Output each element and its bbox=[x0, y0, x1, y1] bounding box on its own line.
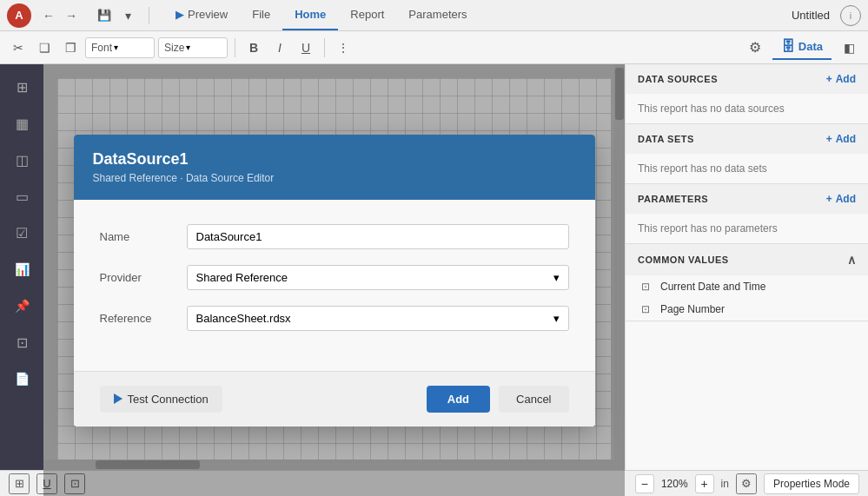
data-sources-section: DATA SOURCES + Add This report has no da… bbox=[626, 64, 868, 124]
unit-label: in bbox=[721, 478, 729, 490]
size-dropdown-value: Size bbox=[164, 42, 184, 54]
italic-button[interactable]: I bbox=[268, 36, 291, 59]
menu-bar: A ← → 💾 ▾ ▶ Preview File Home Report Par… bbox=[0, 0, 868, 31]
data-sources-header: DATA SOURCES + Add bbox=[626, 64, 868, 94]
zoom-in-button[interactable]: + bbox=[695, 474, 714, 493]
tab-file[interactable]: File bbox=[240, 0, 282, 30]
tab-home[interactable]: Home bbox=[282, 0, 338, 30]
font-dropdown[interactable]: Font ▾ bbox=[85, 37, 155, 58]
cancel-button[interactable]: Cancel bbox=[499, 386, 568, 413]
play-icon bbox=[114, 393, 123, 404]
app-logo[interactable]: A bbox=[7, 3, 31, 28]
common-values-title: COMMON VALUES bbox=[638, 255, 729, 265]
common-values-section: COMMON VALUES ∧ ⊡ Current Date and Time … bbox=[626, 244, 868, 321]
name-label: Name bbox=[100, 230, 187, 243]
save-icon: 💾 bbox=[97, 9, 111, 22]
sidebar-item-widget[interactable]: ⊡ bbox=[6, 327, 37, 358]
sidebar-item-frame[interactable]: ▭ bbox=[6, 181, 37, 212]
data-icon: 🗄 bbox=[781, 39, 795, 55]
sidebar-item-table[interactable]: ▦ bbox=[6, 108, 37, 139]
parameters-body: This report has no parameters bbox=[626, 214, 868, 243]
provider-row: Provider Shared Reference ▾ bbox=[100, 265, 569, 290]
tab-parameters[interactable]: Parameters bbox=[396, 0, 479, 30]
underline-button[interactable]: U bbox=[295, 36, 317, 59]
page-number-label: Page Number bbox=[660, 303, 725, 315]
toolbar: ✂ ❑ ❒ Font ▾ Size ▾ B I U ⋮ ⚙ 🗄 Data ◧ bbox=[0, 31, 868, 64]
left-sidebar: ⊞ ▦ ◫ ▭ ☑ 📊 📌 ⊡ 📄 bbox=[0, 64, 43, 496]
reference-select-arrow: ▾ bbox=[553, 312, 560, 325]
add-icon-2: + bbox=[826, 133, 832, 145]
data-sources-title: DATA SOURCES bbox=[638, 74, 718, 84]
more-options-button[interactable]: ⋮ bbox=[332, 36, 354, 59]
font-dropdown-arrow: ▾ bbox=[114, 43, 118, 52]
name-control bbox=[187, 224, 569, 249]
redo-button[interactable]: → bbox=[61, 5, 82, 26]
properties-gear-button[interactable]: ⚙ bbox=[736, 473, 757, 494]
test-connection-button[interactable]: Test Connection bbox=[100, 386, 222, 413]
sidebar-item-layers[interactable]: ◫ bbox=[6, 144, 37, 175]
sidebar-item-page[interactable]: 📄 bbox=[6, 363, 37, 394]
parameters-add-button[interactable]: + Add bbox=[826, 193, 856, 205]
provider-select-arrow: ▾ bbox=[553, 271, 560, 284]
common-value-page-number[interactable]: ⊡ Page Number bbox=[626, 298, 868, 321]
page-number-icon: ⊡ bbox=[638, 303, 653, 315]
info-button[interactable]: i bbox=[840, 5, 861, 26]
canvas-area: DataSource1 Shared Reference · Data Sour… bbox=[43, 64, 625, 496]
data-sources-body: This report has no data sources bbox=[626, 94, 868, 123]
datetime-label: Current Date and Time bbox=[660, 281, 765, 293]
data-sets-body: This report has no data sets bbox=[626, 154, 868, 183]
common-values-collapse-button[interactable]: ∧ bbox=[847, 253, 857, 267]
sidebar-item-pin[interactable]: 📌 bbox=[6, 290, 37, 321]
toolbar-separator-1 bbox=[235, 38, 235, 57]
data-sources-empty-text: This report has no data sources bbox=[638, 103, 785, 115]
bottom-bar-right: − 120% + in ⚙ Properties Mode bbox=[635, 473, 859, 494]
sidebar-item-chart[interactable]: 📊 bbox=[6, 254, 37, 285]
settings-button[interactable]: ⚙ bbox=[743, 36, 767, 60]
undo-button[interactable]: ← bbox=[38, 5, 59, 26]
modal-footer: Test Connection Add Cancel bbox=[74, 371, 595, 427]
modal-subtitle: Shared Reference · Data Source Editor bbox=[93, 172, 576, 184]
tab-preview[interactable]: ▶ Preview bbox=[163, 0, 240, 30]
sidebar-item-org[interactable]: ⊞ bbox=[6, 71, 37, 103]
add-icon-3: + bbox=[826, 193, 832, 205]
reference-select[interactable]: BalanceSheet.rdsx ▾ bbox=[187, 306, 569, 331]
data-sets-section: DATA SETS + Add This report has no data … bbox=[626, 124, 868, 184]
bold-button[interactable]: B bbox=[242, 36, 265, 59]
add-button[interactable]: Add bbox=[427, 386, 490, 413]
toolbar-separator-2 bbox=[324, 38, 325, 57]
parameters-empty-text: This report has no parameters bbox=[638, 222, 778, 235]
reference-select-value: BalanceSheet.rdsx bbox=[196, 312, 291, 325]
menu-divider bbox=[149, 7, 149, 24]
preview-play-icon: ▶ bbox=[176, 8, 184, 21]
toolbar-right: ⚙ 🗄 Data ◧ bbox=[743, 36, 861, 60]
save-group: 💾 ▾ bbox=[92, 5, 138, 26]
data-button[interactable]: 🗄 Data bbox=[772, 36, 832, 60]
parameters-title: PARAMETERS bbox=[638, 194, 708, 204]
parameters-header: PARAMETERS + Add bbox=[626, 184, 868, 214]
name-input[interactable] bbox=[187, 224, 569, 249]
data-sets-empty-text: This report has no data sets bbox=[638, 162, 767, 175]
datetime-icon: ⊡ bbox=[638, 281, 653, 293]
copy-button[interactable]: ❑ bbox=[33, 36, 56, 59]
data-sources-add-button[interactable]: + Add bbox=[826, 73, 856, 85]
sidebar-item-checkbox[interactable]: ☑ bbox=[6, 217, 37, 248]
zoom-out-button[interactable]: − bbox=[635, 474, 654, 493]
cut-button[interactable]: ✂ bbox=[7, 36, 30, 59]
save-dropdown-button[interactable]: ▾ bbox=[117, 5, 138, 26]
app-title: Untitled bbox=[792, 9, 830, 22]
properties-mode-button[interactable]: Properties Mode bbox=[764, 473, 859, 494]
provider-control: Shared Reference ▾ bbox=[187, 265, 569, 290]
tab-report[interactable]: Report bbox=[338, 0, 396, 30]
panel-toggle-button[interactable]: ◧ bbox=[837, 36, 861, 60]
common-value-datetime[interactable]: ⊡ Current Date and Time bbox=[626, 275, 868, 298]
paste-button[interactable]: ❒ bbox=[59, 36, 82, 59]
reference-label: Reference bbox=[100, 312, 187, 325]
grid-toggle-button[interactable]: ⊞ bbox=[9, 473, 30, 494]
main-layout: ⊞ ▦ ◫ ▭ ☑ 📊 📌 ⊡ 📄 DataSource1 Shared Ref… bbox=[0, 64, 868, 496]
name-row: Name bbox=[100, 224, 569, 249]
data-sets-add-button[interactable]: + Add bbox=[826, 133, 856, 145]
provider-select[interactable]: Shared Reference ▾ bbox=[187, 265, 569, 290]
menu-tabs: ▶ Preview File Home Report Parameters bbox=[163, 0, 480, 30]
save-button[interactable]: 💾 bbox=[92, 5, 116, 25]
size-dropdown[interactable]: Size ▾ bbox=[158, 37, 228, 58]
